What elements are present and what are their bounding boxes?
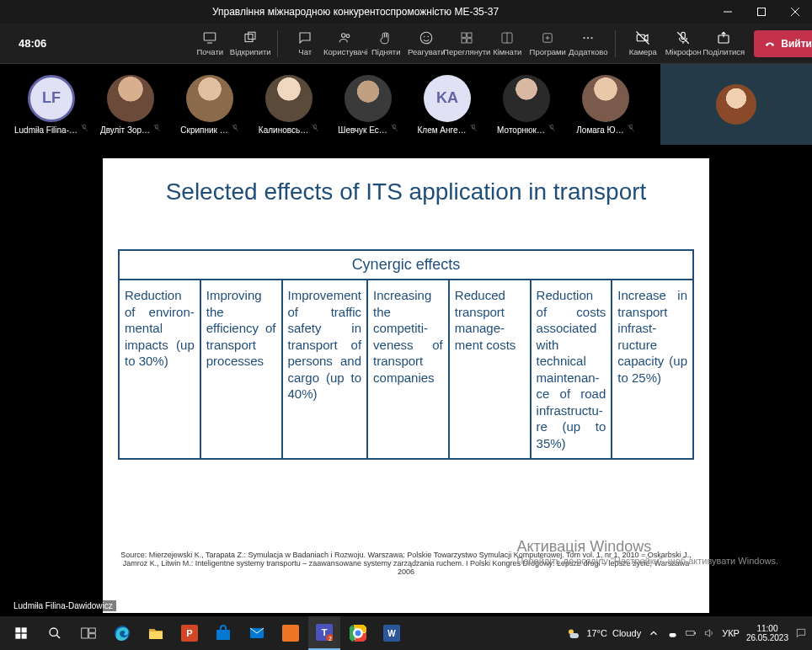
toolbar-mic[interactable]: Мікрофон: [663, 30, 703, 57]
toolbar-react[interactable]: Реагувати: [406, 30, 446, 57]
toolbar-chat[interactable]: Чат: [285, 30, 325, 57]
toolbar-share[interactable]: Поділитися: [703, 30, 744, 57]
participant[interactable]: Моторнюк…: [492, 75, 561, 135]
chat-icon: [297, 30, 313, 45]
avatar: [503, 75, 550, 122]
volume-icon[interactable]: [703, 627, 715, 639]
participant[interactable]: Скрипник …: [175, 75, 244, 135]
avatar: [716, 84, 756, 125]
toolbar-label: Підняти: [371, 47, 401, 56]
toolbar-apps[interactable]: Програми: [527, 30, 568, 57]
toolbar-view[interactable]: Переглянути: [446, 30, 487, 57]
svg-point-12: [428, 35, 430, 37]
weather-cond: Cloudy: [612, 628, 641, 638]
avatar: [265, 75, 313, 122]
toolbar-label: Переглянути: [443, 47, 490, 56]
chevron-up-icon[interactable]: [648, 627, 660, 639]
leave-button[interactable]: Вийти: [754, 30, 812, 57]
search-button[interactable]: [39, 616, 71, 650]
avatar: KA: [424, 75, 471, 122]
table-cell: Improvement of traffic safety in transpo…: [283, 280, 369, 458]
toolbar-start[interactable]: Почати: [190, 30, 230, 57]
taskbar-app-teams[interactable]: T2: [308, 616, 340, 650]
shared-content-stage: Selected effects of ITS application in t…: [0, 145, 812, 616]
table-header: Cynergic effects: [120, 251, 692, 280]
svg-rect-59: [686, 631, 694, 636]
mic-muted-icon: [390, 124, 398, 132]
grid-icon: [459, 30, 474, 45]
participants-strip: LF Ludmiła Filina-… Двуліт Зор… Скрипник…: [0, 64, 812, 145]
mail-icon: [248, 625, 265, 642]
clock-time: 11:00: [746, 624, 788, 633]
svg-rect-39: [89, 634, 96, 638]
participant[interactable]: Шевчук Ес…: [334, 75, 403, 135]
taskbar-app-mail[interactable]: [241, 616, 273, 650]
toolbar-label: Чат: [298, 47, 312, 56]
participant[interactable]: Калиновсь…: [254, 75, 323, 135]
taskbar-app-powerpoint[interactable]: P: [174, 616, 206, 650]
participant[interactable]: KA Клем Анге…: [413, 75, 482, 135]
toolbar-label: Поділитися: [702, 47, 745, 56]
participant-name: Моторнюк…: [497, 125, 545, 135]
toolbar-more[interactable]: Додатково: [568, 30, 608, 57]
toolbar-people[interactable]: Користувачі: [325, 30, 366, 57]
participant-name: Скрипник …: [180, 125, 227, 135]
mic-muted-icon: [231, 124, 239, 132]
window-close-button[interactable]: [778, 0, 812, 24]
toolbar-label: Камера: [629, 47, 657, 56]
slide-table: Cynergic effects Reduction of environ-me…: [118, 249, 694, 460]
avatar: [107, 75, 154, 122]
taskbar-app-chrome[interactable]: [342, 616, 374, 650]
toolbar-rooms[interactable]: Кімнати: [487, 30, 527, 57]
taskbar-app-explorer[interactable]: [140, 616, 172, 650]
svg-point-24: [591, 36, 593, 38]
meeting-toolbar: 48:06 Почати Відкрипити Чат Користувачі …: [0, 24, 812, 64]
edge-icon: [114, 625, 131, 642]
avatar: [186, 75, 233, 122]
hangup-icon: [764, 38, 776, 50]
table-cell: Increasing the competiti-veness of trans…: [368, 280, 450, 458]
avatar: [345, 75, 392, 122]
window-titlebar: Управління міжнародною конкурентоспромож…: [0, 0, 812, 24]
presenter-name-tag: Ludmiła Filina-Dawidowicz: [10, 600, 116, 611]
active-speaker-tile[interactable]: [660, 64, 812, 145]
taskbar-app-word[interactable]: W: [376, 616, 408, 650]
notifications-icon[interactable]: [795, 627, 807, 639]
svg-rect-60: [695, 632, 696, 634]
table-cell: Increase in transport infrast-ructure ca…: [612, 280, 692, 458]
hand-icon: [378, 30, 393, 45]
taskbar-app-edge[interactable]: [106, 616, 138, 650]
toolbar-raise-hand[interactable]: Підняти: [366, 30, 406, 57]
meeting-timer: 48:06: [19, 37, 46, 50]
taskbar-weather[interactable]: 17°C Cloudy: [566, 626, 641, 641]
task-view-button[interactable]: [72, 616, 104, 650]
participant[interactable]: Двуліт Зор…: [96, 75, 165, 135]
share-icon: [716, 30, 731, 45]
toolbar-label: Відкрипити: [230, 47, 271, 56]
table-cell: Reduction of environ-mental impacts (up …: [120, 280, 201, 458]
taskbar-clock[interactable]: 11:00 26.05.2023: [746, 624, 788, 642]
svg-rect-33: [15, 634, 20, 639]
onedrive-icon[interactable]: [666, 627, 678, 639]
participant-name: Шевчук Ес…: [338, 125, 387, 135]
toolbar-open[interactable]: Відкрипити: [230, 30, 270, 57]
taskbar-language[interactable]: УКР: [722, 628, 740, 638]
taskbar-app-generic[interactable]: [275, 616, 307, 650]
taskbar-app-store[interactable]: [207, 616, 239, 650]
start-button[interactable]: [5, 616, 37, 650]
window-maximize-button[interactable]: [745, 0, 778, 24]
monitor-icon: [202, 30, 217, 45]
window-minimize-button[interactable]: [711, 0, 745, 24]
participant-name: Ludmiła Filina-…: [14, 125, 77, 135]
svg-text:2: 2: [329, 636, 332, 641]
store-icon: [215, 625, 232, 642]
svg-rect-38: [89, 628, 96, 632]
toolbar-camera[interactable]: Камера: [622, 30, 663, 57]
participant[interactable]: LF Ludmiła Filina-…: [17, 75, 86, 135]
svg-point-9: [346, 34, 350, 37]
svg-rect-14: [467, 33, 472, 37]
participant[interactable]: Ломага Ю…: [571, 75, 640, 135]
svg-rect-13: [462, 33, 466, 37]
mic-muted-icon: [311, 124, 319, 132]
battery-icon[interactable]: [685, 627, 697, 639]
